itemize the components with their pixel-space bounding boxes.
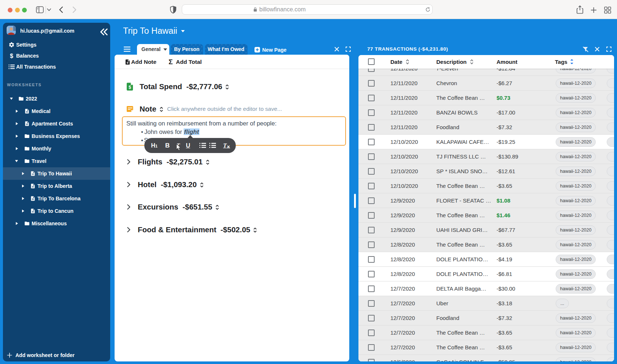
svg-text:$: $: [129, 85, 131, 90]
